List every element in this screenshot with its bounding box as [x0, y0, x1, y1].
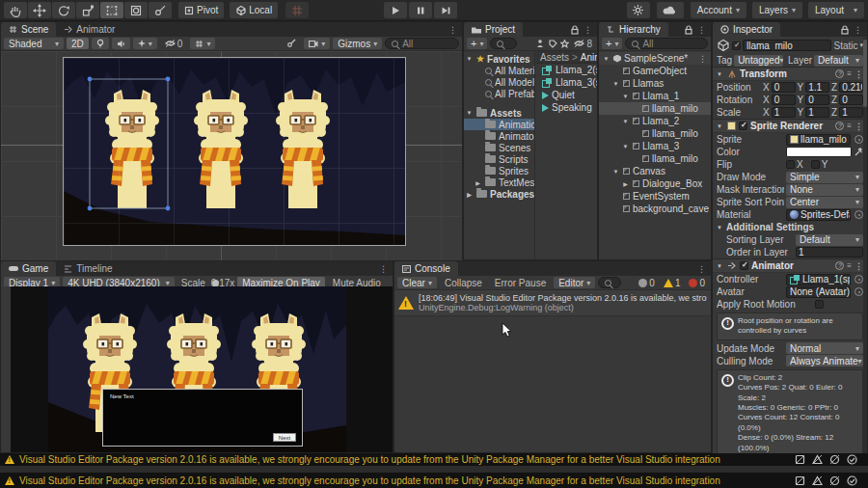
project-tree-row[interactable]: Sprites	[464, 165, 534, 176]
foldout-down-icon[interactable]: ▼	[602, 56, 610, 62]
foldout-right-icon[interactable]: ▶	[474, 179, 482, 186]
object-picker-icon[interactable]	[854, 135, 863, 144]
sort-point-dropdown[interactable]: Center	[786, 197, 863, 208]
rect-tool-button[interactable]	[100, 2, 123, 18]
flip-y-checkbox[interactable]	[811, 160, 820, 169]
help-icon[interactable]: ?	[835, 69, 844, 78]
tab-inspector[interactable]: Inspector	[713, 22, 780, 37]
hierarchy-row[interactable]: llama_milo	[599, 102, 711, 115]
scene-tools-button[interactable]	[282, 38, 301, 49]
foldout-right-icon[interactable]: ▶	[465, 191, 474, 198]
progress-check-icon[interactable]	[847, 454, 857, 465]
hidden-objects-indicator[interactable]: 0	[160, 38, 188, 49]
mask-interaction-dropdown[interactable]: None	[786, 184, 863, 196]
breadcrumb-root[interactable]: Assets	[540, 52, 569, 63]
hierarchy-search-field[interactable]: All	[625, 38, 708, 49]
presets-icon[interactable]: ≡	[847, 261, 852, 270]
object-picker-icon[interactable]	[854, 287, 863, 296]
project-tree-row[interactable]: Scenes	[464, 142, 534, 153]
component-menu-icon[interactable]: ⋮	[854, 122, 863, 131]
project-tree-row[interactable]: All Materials	[464, 65, 534, 76]
active-checkbox[interactable]	[732, 41, 741, 50]
material-field[interactable]: Sprites-Default	[786, 209, 851, 221]
console-menu-icon[interactable]: ⋮	[697, 264, 706, 274]
foldout-down-icon[interactable]: ▼	[611, 169, 620, 175]
console-editor-dropdown[interactable]: Editor	[554, 277, 595, 288]
scrollbar-thumb[interactable]	[863, 40, 867, 107]
controller-field[interactable]: Llama_1(sprite)	[786, 274, 851, 285]
hierarchy-row[interactable]: ▼Canvas	[599, 165, 711, 177]
layout-dropdown[interactable]: Layout	[808, 2, 864, 18]
scale-slider-knob[interactable]	[212, 280, 219, 286]
project-tree-row[interactable]: Animations	[464, 119, 534, 130]
play-button[interactable]	[384, 2, 407, 18]
pivot-toggle[interactable]: Pivot	[178, 2, 224, 18]
hierarchy-row[interactable]: ▶Dialogue_Box	[599, 177, 711, 190]
hierarchy-row[interactable]: EventSystem	[599, 190, 711, 203]
scene-search-field[interactable]: All	[385, 38, 459, 49]
cloud-button[interactable]	[657, 2, 684, 18]
sprite-pack-icon[interactable]	[536, 39, 546, 48]
local-toggle[interactable]: Local	[230, 2, 278, 18]
foldout-down-icon[interactable]: ▼	[621, 94, 630, 99]
hierarchy-row[interactable]: ▼SampleScene*⋮	[599, 52, 711, 65]
component-enabled-checkbox[interactable]	[740, 261, 748, 270]
scale-y-field[interactable]: 1	[805, 107, 829, 118]
muted-error-icon[interactable]	[829, 454, 840, 465]
gameobject-name-field[interactable]: llama_milo	[743, 40, 831, 51]
audio-toggle[interactable]	[112, 38, 130, 49]
game-menu-icon[interactable]: ⋮	[379, 264, 388, 274]
hidden-packages-indicator[interactable]: 8	[572, 38, 594, 49]
tab-project[interactable]: Project	[464, 22, 523, 37]
color-swatch[interactable]	[786, 147, 852, 157]
move-tool-button[interactable]	[28, 2, 51, 18]
info-count-badge[interactable]: 0	[636, 278, 658, 288]
sprite-field[interactable]: llama_milo	[786, 134, 851, 146]
layers-dropdown[interactable]: Layers	[752, 2, 802, 18]
inspector-scrollbar[interactable]	[863, 38, 867, 465]
foldout-down-icon[interactable]: ▼	[717, 263, 724, 269]
muted-warning-icon[interactable]	[812, 454, 823, 465]
shading-mode-dropdown[interactable]: Shaded	[4, 38, 64, 49]
eyedropper-icon[interactable]	[854, 147, 863, 157]
grid-snap-button[interactable]	[285, 2, 309, 18]
status-bar-2[interactable]: Visual Studio Editor Package version 2.0…	[0, 473, 868, 488]
console-error-pause-toggle[interactable]: Error Pause	[490, 277, 551, 288]
position-z-field[interactable]: 0.2103	[839, 82, 863, 93]
hierarchy-create-button[interactable]: +	[602, 38, 622, 49]
hierarchy-row[interactable]: GameObject	[599, 65, 711, 77]
scene-camera-dropdown[interactable]	[304, 38, 330, 49]
project-tree-row[interactable]: All Prefabs	[464, 88, 534, 99]
scene-viewport[interactable]	[1, 51, 462, 261]
rotation-z-field[interactable]: 0	[839, 95, 863, 105]
lock-icon[interactable]	[571, 25, 579, 35]
custom-tool-button[interactable]	[149, 2, 172, 18]
project-tree-row[interactable]: ▶TextMesh Pro	[464, 176, 534, 188]
component-enabled-checkbox[interactable]	[739, 122, 747, 130]
tab-scene[interactable]: Scene	[1, 22, 56, 37]
project-file-item[interactable]: Llama_3(sprite)	[536, 76, 597, 89]
position-y-field[interactable]: 1.1	[805, 82, 829, 93]
project-file-item[interactable]: Llama_2(sprite)	[536, 64, 597, 76]
gizmos-dropdown[interactable]: Gizmos	[333, 38, 382, 49]
sorting-layer-dropdown[interactable]: Default	[796, 234, 863, 246]
hierarchy-menu-icon[interactable]: ⋮	[697, 25, 706, 35]
tab-hierarchy[interactable]: Hierarchy	[599, 22, 668, 37]
error-count-badge[interactable]: 0	[686, 278, 708, 288]
game-viewport[interactable]: New Text Next	[1, 286, 393, 452]
foldout-down-icon[interactable]: ▼	[621, 144, 630, 149]
transform-tool-button[interactable]	[124, 2, 148, 18]
label-icon[interactable]	[549, 40, 557, 48]
additional-settings-foldout[interactable]: ▼ Additional Settings	[713, 221, 867, 233]
muted-log-icon[interactable]	[795, 475, 805, 486]
effects-dropdown[interactable]	[133, 38, 157, 49]
project-create-button[interactable]: +	[467, 38, 487, 49]
dialogue-next-button[interactable]: Next	[273, 433, 296, 442]
lighting-toggle[interactable]	[92, 38, 109, 49]
progress-check-icon[interactable]	[847, 475, 857, 486]
help-icon[interactable]: ?	[835, 122, 844, 130]
rotate-tool-button[interactable]	[52, 2, 75, 18]
inspector-menu-icon[interactable]: ⋮	[854, 25, 862, 35]
warning-count-badge[interactable]: 1	[661, 278, 684, 288]
2d-toggle[interactable]: 2D	[67, 38, 89, 49]
